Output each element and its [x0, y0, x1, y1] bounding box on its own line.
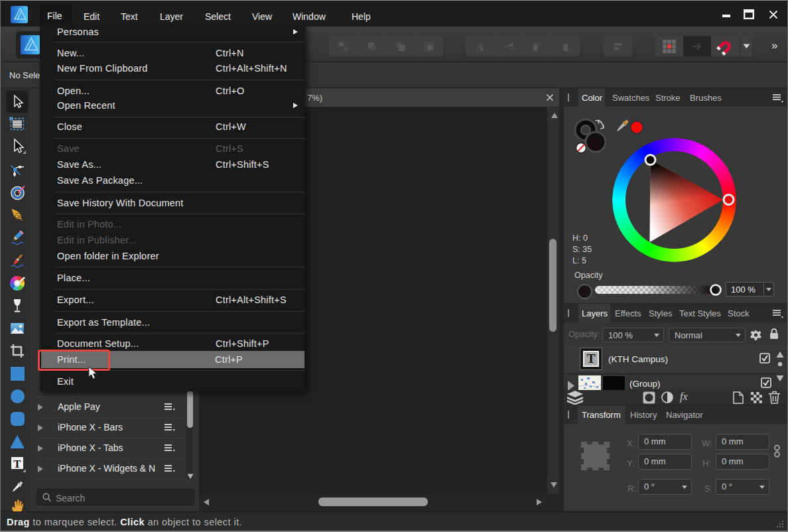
svg-text:T: T	[13, 458, 21, 470]
